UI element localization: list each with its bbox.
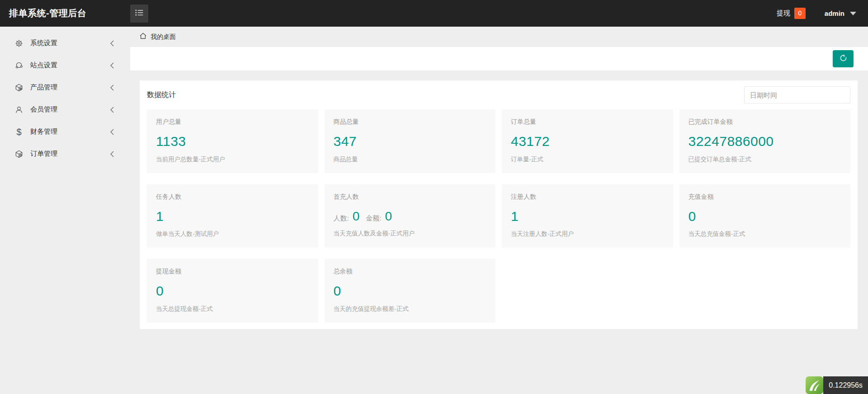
render-time-badge: 0.122956s xyxy=(823,376,868,394)
card-value: 0 xyxy=(334,283,487,299)
sidebar-item-label: 站点设置 xyxy=(30,61,57,70)
pair-value: 0 xyxy=(385,209,392,224)
chevron-left-icon xyxy=(109,106,115,115)
gear-icon xyxy=(14,39,24,48)
sidebar-item-label: 系统设置 xyxy=(30,39,57,47)
card-value: 1 xyxy=(156,209,309,225)
stat-card-total-products: 商品总量 347 商品总量 xyxy=(325,109,496,173)
card-desc: 当天注册人数-正式用户 xyxy=(511,230,664,238)
main-content: 我的桌面 数据统计 用户总量 1133 当前用户总数量-正式用户 xyxy=(130,0,868,329)
card-desc: 当前用户总数量-正式用户 xyxy=(156,155,309,164)
card-desc: 当天充值人数及金额-正式用户 xyxy=(334,230,487,238)
withdraw-link[interactable]: 提现 0 xyxy=(777,8,806,19)
sidebar-toggle-button[interactable] xyxy=(130,5,148,23)
sidebar-item-order-management[interactable]: 订单管理 xyxy=(0,143,130,165)
chevron-down-icon xyxy=(850,12,856,15)
statistics-panel: 数据统计 用户总量 1133 当前用户总数量-正式用户 商品总量 347 商品总… xyxy=(140,80,858,329)
thinkphp-logo-icon xyxy=(806,376,823,394)
card-title: 充值金额 xyxy=(689,193,842,201)
refresh-icon xyxy=(839,53,848,64)
chevron-left-icon xyxy=(109,62,115,71)
card-title: 注册人数 xyxy=(511,193,664,201)
panel-header: 数据统计 xyxy=(147,80,850,109)
card-desc: 做单当天人数-测试用户 xyxy=(156,230,309,238)
sidebar-item-system-settings[interactable]: 系统设置 xyxy=(0,32,130,54)
card-value: 1 xyxy=(511,209,664,225)
sidebar-item-product-management[interactable]: 产品管理 xyxy=(0,76,130,98)
stat-card-registered-users: 注册人数 1 当天注册人数-正式用户 xyxy=(502,184,673,248)
panel-title: 数据统计 xyxy=(147,90,176,100)
card-title: 用户总量 xyxy=(156,118,309,126)
card-desc: 订单量-正式 xyxy=(511,155,664,164)
card-title: 订单总量 xyxy=(511,118,664,126)
card-value: 1133 xyxy=(156,134,309,150)
site-network-icon xyxy=(14,61,24,70)
stat-card-first-recharge: 首充人数 人数: 0 金额: 0 当天充值人数及金额-正式用户 xyxy=(325,184,496,248)
stat-cards-grid: 用户总量 1133 当前用户总数量-正式用户 商品总量 347 商品总量 订单总… xyxy=(147,109,850,323)
pair-value: 0 xyxy=(353,209,360,224)
card-title: 商品总量 xyxy=(334,118,487,126)
card-desc: 当天总提现金额-正式 xyxy=(156,305,309,313)
stat-card-total-orders: 订单总量 43172 订单量-正式 xyxy=(502,109,673,173)
card-value: 0 xyxy=(689,209,842,225)
date-time-input[interactable] xyxy=(744,86,850,103)
refresh-button[interactable] xyxy=(833,50,854,67)
card-desc: 已提交订单总金额-正式 xyxy=(689,155,842,164)
card-title: 任务人数 xyxy=(156,193,309,201)
sidebar-nav: 系统设置 站点设置 产品管理 xyxy=(0,27,130,394)
app-title: 排单系统-管理后台 xyxy=(0,7,123,19)
stat-card-completed-order-amount: 已完成订单金额 32247886000 已提交订单总金额-正式 xyxy=(679,109,851,173)
card-desc: 当天总充值金额-正式 xyxy=(689,230,842,238)
card-pair-values: 人数: 0 金额: 0 xyxy=(334,209,487,224)
sidebar-item-finance-management[interactable]: $ 财务管理 xyxy=(0,121,130,143)
sidebar-item-site-settings[interactable]: 站点设置 xyxy=(0,54,130,76)
sidebar-item-label: 订单管理 xyxy=(30,150,57,158)
product-cube-icon xyxy=(14,83,24,92)
breadcrumb-home-link[interactable]: 我的桌面 xyxy=(139,32,176,42)
chevron-left-icon xyxy=(109,40,115,49)
chevron-left-icon xyxy=(109,150,115,159)
dollar-icon: $ xyxy=(14,127,24,136)
stat-card-withdraw-amount: 提现金额 0 当天总提现金额-正式 xyxy=(147,259,318,323)
breadcrumb-label: 我的桌面 xyxy=(151,33,176,41)
home-icon xyxy=(139,32,147,42)
stat-card-task-users: 任务人数 1 做单当天人数-测试用户 xyxy=(147,184,318,248)
toolbar xyxy=(130,47,868,70)
card-value: 43172 xyxy=(511,134,664,150)
card-desc: 商品总量 xyxy=(334,155,487,164)
sidebar-item-member-management[interactable]: 会员管理 xyxy=(0,98,130,121)
breadcrumb: 我的桌面 xyxy=(130,27,868,47)
top-header: 排单系统-管理后台 提现 0 admin xyxy=(0,0,868,27)
withdraw-label: 提现 xyxy=(777,9,790,18)
sidebar-item-label: 产品管理 xyxy=(30,83,57,92)
menu-list-icon xyxy=(135,8,144,19)
stat-card-total-balance: 总余额 0 当天的充值提现余额差-正式 xyxy=(325,259,496,323)
pair-label: 金额: xyxy=(366,214,381,223)
card-title: 首充人数 xyxy=(334,193,487,201)
render-time-statusbar: 0.122956s xyxy=(806,376,868,394)
card-value: 0 xyxy=(156,283,309,299)
chevron-left-icon xyxy=(109,128,115,137)
card-value: 347 xyxy=(334,134,487,150)
username-label: admin xyxy=(825,9,844,17)
stat-card-total-users: 用户总量 1133 当前用户总数量-正式用户 xyxy=(147,109,318,173)
card-title: 提现金额 xyxy=(156,267,309,276)
withdraw-count-badge: 0 xyxy=(794,8,806,19)
order-cube-icon xyxy=(14,150,24,159)
card-value: 32247886000 xyxy=(689,134,842,150)
pair-label: 人数: xyxy=(334,214,349,223)
user-icon xyxy=(14,105,24,114)
card-title: 总余额 xyxy=(334,267,487,276)
sidebar-item-label: 财务管理 xyxy=(30,127,57,136)
card-desc: 当天的充值提现余额差-正式 xyxy=(334,305,487,313)
chevron-left-icon xyxy=(109,84,115,93)
user-menu[interactable]: admin xyxy=(825,9,868,17)
card-title: 已完成订单金额 xyxy=(689,118,842,126)
stat-card-recharge-amount: 充值金额 0 当天总充值金额-正式 xyxy=(679,184,851,248)
sidebar-item-label: 会员管理 xyxy=(30,105,57,114)
